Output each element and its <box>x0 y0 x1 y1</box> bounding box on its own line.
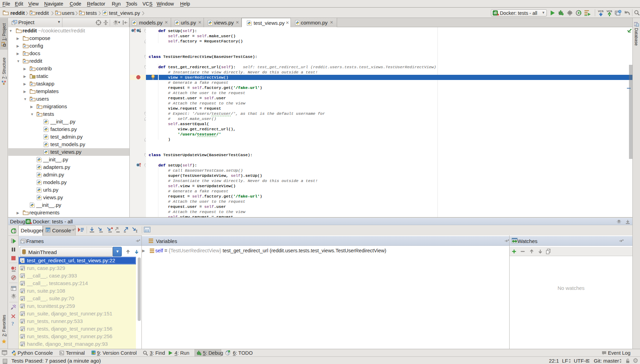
svg-text:VCS: VCS <box>598 10 604 13</box>
svg-text:I: I <box>136 230 138 233</box>
svg-text:?: ? <box>11 321 14 326</box>
